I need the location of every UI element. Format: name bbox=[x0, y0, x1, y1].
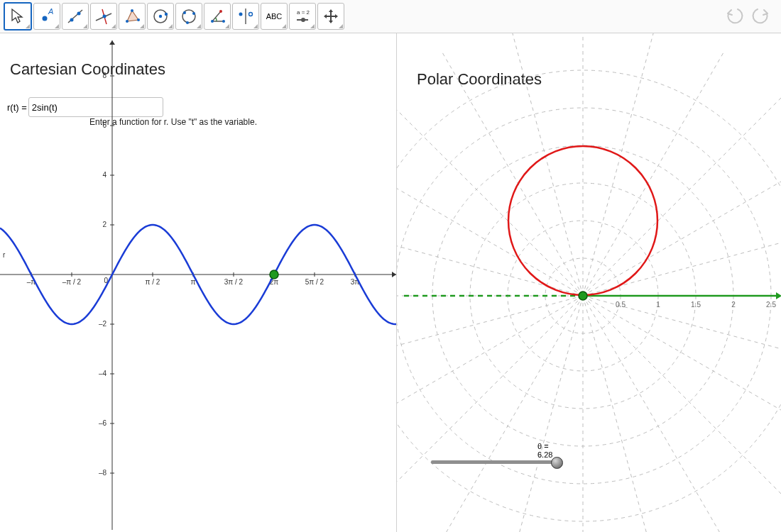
svg-line-90 bbox=[583, 296, 781, 438]
svg-point-7 bbox=[103, 15, 106, 18]
tool-move-view[interactable] bbox=[317, 3, 344, 30]
svg-text:–2: –2 bbox=[99, 320, 107, 328]
svg-point-22 bbox=[239, 13, 243, 16]
svg-text:–8: –8 bbox=[99, 469, 107, 477]
slider-thumb[interactable] bbox=[551, 457, 563, 469]
svg-text:0.5: 0.5 bbox=[616, 301, 626, 309]
svg-line-70 bbox=[583, 154, 781, 296]
svg-line-88 bbox=[583, 296, 725, 532]
svg-text:–6: –6 bbox=[99, 419, 107, 427]
svg-line-82 bbox=[397, 296, 583, 438]
svg-text:4: 4 bbox=[102, 171, 106, 179]
polar-pane: Polar Coordinates 0.511.522.5 θ = 6.28 bbox=[397, 33, 781, 532]
redo-button[interactable] bbox=[748, 3, 772, 27]
tool-pointer[interactable] bbox=[4, 2, 32, 31]
toolbar-right bbox=[723, 3, 772, 27]
svg-line-76 bbox=[441, 50, 583, 296]
svg-text:2: 2 bbox=[102, 221, 106, 228]
tool-text-label: ABC bbox=[266, 12, 283, 21]
svg-line-81 bbox=[397, 296, 583, 370]
svg-point-17 bbox=[186, 21, 189, 24]
svg-line-89 bbox=[583, 296, 781, 497]
svg-point-18 bbox=[211, 20, 214, 23]
svg-point-0 bbox=[43, 16, 48, 21]
svg-point-100 bbox=[579, 292, 587, 300]
svg-line-72 bbox=[583, 50, 725, 296]
svg-point-61 bbox=[270, 270, 278, 279]
theta-slider[interactable]: θ = 6.28 bbox=[431, 442, 559, 464]
svg-line-84 bbox=[441, 296, 583, 532]
svg-line-77 bbox=[397, 95, 583, 296]
undo-button[interactable] bbox=[723, 3, 747, 27]
svg-point-23 bbox=[249, 13, 253, 16]
tool-point[interactable]: A bbox=[33, 3, 60, 30]
svg-point-3 bbox=[70, 18, 74, 22]
svg-point-26 bbox=[301, 18, 305, 22]
cartesian-pane: Cartesian Coordinates r(t) = Enter a fun… bbox=[0, 33, 397, 532]
svg-text:6: 6 bbox=[102, 121, 106, 129]
svg-point-15 bbox=[183, 11, 186, 14]
svg-text:5π / 2: 5π / 2 bbox=[305, 278, 324, 286]
tool-polygon[interactable] bbox=[119, 3, 146, 30]
toolbar: A ABC a = 2 bbox=[0, 0, 781, 33]
svg-line-91 bbox=[583, 296, 781, 370]
svg-line-73 bbox=[583, 33, 657, 296]
svg-point-8 bbox=[126, 20, 129, 23]
tool-reflect[interactable] bbox=[232, 3, 259, 30]
cartesian-plot[interactable]: 8642–2–4–6–8 –π–π / 2π / 2π3π / 22π5π / … bbox=[0, 33, 396, 532]
svg-text:–π / 2: –π / 2 bbox=[62, 278, 82, 286]
tool-slider[interactable]: a = 2 bbox=[289, 3, 316, 30]
svg-text:π / 2: π / 2 bbox=[146, 278, 160, 286]
svg-line-75 bbox=[509, 33, 583, 296]
svg-line-85 bbox=[509, 296, 583, 532]
svg-text:a = 2: a = 2 bbox=[297, 9, 310, 16]
svg-point-10 bbox=[137, 18, 140, 21]
svg-point-19 bbox=[222, 20, 225, 23]
svg-point-13 bbox=[165, 13, 168, 16]
tool-text[interactable]: ABC bbox=[261, 3, 288, 30]
y-axis-label: r bbox=[3, 251, 6, 259]
svg-text:2: 2 bbox=[731, 301, 736, 309]
svg-line-79 bbox=[397, 222, 583, 296]
svg-text:8: 8 bbox=[102, 72, 106, 79]
svg-point-4 bbox=[77, 12, 81, 16]
svg-text:A: A bbox=[48, 7, 53, 16]
tool-perpendicular[interactable] bbox=[90, 3, 117, 30]
svg-point-16 bbox=[192, 12, 195, 15]
svg-point-20 bbox=[219, 10, 222, 13]
svg-point-9 bbox=[131, 9, 133, 12]
tool-line[interactable] bbox=[62, 3, 89, 30]
svg-text:2.5: 2.5 bbox=[766, 301, 776, 309]
svg-line-78 bbox=[397, 154, 583, 296]
svg-text:1: 1 bbox=[656, 301, 660, 309]
svg-text:–4: –4 bbox=[99, 370, 107, 377]
tool-circle3[interactable] bbox=[175, 3, 202, 30]
svg-line-71 bbox=[583, 95, 781, 296]
slider-track[interactable] bbox=[431, 460, 559, 464]
svg-line-69 bbox=[583, 222, 781, 296]
tool-circle[interactable] bbox=[147, 3, 174, 30]
svg-text:3π / 2: 3π / 2 bbox=[224, 278, 244, 286]
tool-angle[interactable] bbox=[204, 3, 231, 30]
svg-text:1.5: 1.5 bbox=[691, 301, 701, 309]
svg-line-87 bbox=[583, 296, 657, 532]
svg-point-12 bbox=[159, 15, 162, 18]
